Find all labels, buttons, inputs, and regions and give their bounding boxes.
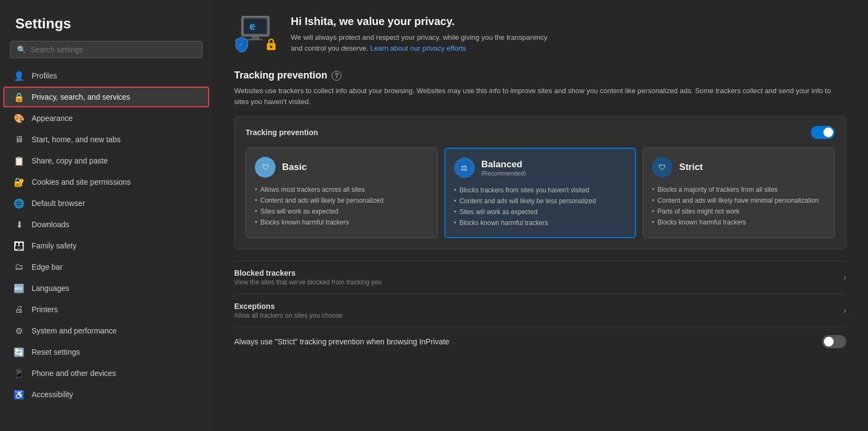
tracking-toggle[interactable] — [811, 126, 835, 139]
strict-feature-3: Parts of sites might not work — [652, 206, 826, 217]
accessibility-nav-icon: ♿ — [14, 390, 24, 399]
sidebar-item-accessibility[interactable]: ♿Accessibility — [3, 384, 209, 405]
privacy-text: Hi Ishita, we value your privacy. We wil… — [291, 15, 547, 53]
strict-header: 🛡 Strict — [652, 157, 826, 178]
prevention-option-strict[interactable]: 🛡 Strict Blocks a majority of trackers f… — [643, 148, 835, 238]
help-icon[interactable]: ? — [332, 71, 341, 81]
basic-feature-4: Blocks known harmful trackers — [255, 217, 429, 228]
sidebar-nav: 👤Profiles🔒Privacy, search, and services🎨… — [0, 65, 212, 405]
sidebar-item-languages[interactable]: 🔤Languages — [3, 278, 209, 299]
sidebar-item-system[interactable]: ⚙System and performance — [3, 320, 209, 341]
svg-rect-3 — [248, 39, 262, 40]
svg-text:✓: ✓ — [238, 40, 244, 48]
profiles-nav-label: Profiles — [32, 71, 57, 80]
shield-check-icon: ✓ — [234, 36, 249, 54]
exceptions-text: Exceptions Allow all trackers on sites y… — [234, 302, 343, 319]
sidebar-item-family[interactable]: 👨‍👩‍👧Family safety — [3, 235, 209, 256]
lock-icon — [265, 37, 278, 53]
privacy-link[interactable]: Learn about our privacy efforts — [370, 44, 466, 52]
system-nav-label: System and performance — [32, 326, 117, 335]
downloads-nav-label: Downloads — [32, 220, 69, 229]
blocked-trackers-chevron: › — [843, 272, 846, 282]
exceptions-desc: Allow all trackers on sites you choose — [234, 312, 343, 319]
svg-rect-2 — [252, 36, 259, 39]
languages-nav-icon: 🔤 — [14, 283, 24, 293]
sidebar-item-cookies[interactable]: 🔐Cookies and site permissions — [3, 172, 209, 192]
basic-feature-3: Sites will work as expected — [255, 206, 429, 217]
svg-text:🛡: 🛡 — [262, 163, 270, 172]
cookies-nav-label: Cookies and site permissions — [32, 178, 131, 186]
inprivate-toggle[interactable] — [822, 335, 846, 348]
sidebar-item-profiles[interactable]: 👤Profiles — [3, 65, 209, 86]
balanced-name: Balanced — [481, 159, 526, 170]
svg-text:e: e — [249, 20, 255, 32]
start-nav-icon: 🖥 — [14, 135, 24, 144]
main-content: e ✓ Hi Ishita, we value your privac — [212, 0, 868, 431]
strict-features: Blocks a majority of trackers from all s… — [652, 184, 826, 228]
printers-nav-label: Printers — [32, 305, 58, 314]
default-browser-nav-icon: 🌐 — [14, 198, 24, 208]
sidebar-item-edge-bar[interactable]: 🗂Edge bar — [3, 257, 209, 277]
default-browser-nav-label: Default browser — [32, 199, 85, 208]
balanced-subtitle: (Recommended) — [481, 170, 526, 177]
balanced-feature-4: Blocks known harmful trackers — [454, 217, 627, 228]
sidebar-item-appearance[interactable]: 🎨Appearance — [3, 108, 209, 129]
basic-feature-1: Allows most trackers across all sites — [255, 184, 429, 195]
profiles-nav-icon: 👤 — [14, 71, 24, 81]
balanced-feature-1: Blocks trackers from sites you haven't v… — [454, 185, 627, 196]
balanced-feature-2: Content and ads will likely be less pers… — [454, 196, 627, 207]
privacy-desc: We will always protect and respect your … — [291, 32, 547, 53]
basic-features: Allows most trackers across all sites Co… — [255, 184, 429, 228]
balanced-icon: ⚖ — [454, 157, 475, 178]
sidebar-item-phone[interactable]: 📱Phone and other devices — [3, 363, 209, 384]
sidebar-item-default-browser[interactable]: 🌐Default browser — [3, 193, 209, 214]
sidebar-item-printers[interactable]: 🖨Printers — [3, 299, 209, 320]
inprivate-label: Always use "Strict" tracking prevention … — [234, 337, 449, 346]
search-box[interactable]: 🔍 — [10, 41, 203, 58]
search-icon: 🔍 — [17, 45, 26, 54]
system-nav-icon: ⚙ — [14, 326, 24, 336]
strict-feature-4: Blocks known harmful trackers — [652, 217, 826, 228]
phone-nav-label: Phone and other devices — [32, 369, 116, 378]
basic-name: Basic — [282, 162, 307, 173]
balanced-features: Blocks trackers from sites you haven't v… — [454, 185, 627, 228]
cookies-nav-icon: 🔐 — [14, 177, 24, 187]
tracking-section-desc: Websites use trackers to collect info ab… — [234, 86, 846, 107]
sidebar-item-downloads[interactable]: ⬇Downloads — [3, 214, 209, 235]
basic-header: 🛡 Basic — [255, 157, 429, 178]
sidebar-item-start[interactable]: 🖥Start, home, and new tabs — [3, 129, 209, 150]
inprivate-toggle-row: Always use "Strict" tracking prevention … — [234, 327, 846, 356]
family-nav-icon: 👨‍👩‍👧 — [14, 241, 24, 251]
sidebar-item-privacy[interactable]: 🔒Privacy, search, and services — [3, 87, 209, 107]
blocked-trackers-text: Blocked trackers View the sites that we'… — [234, 269, 382, 286]
downloads-nav-icon: ⬇ — [14, 220, 24, 229]
sidebar-title: Settings — [0, 0, 212, 41]
start-nav-label: Start, home, and new tabs — [32, 135, 120, 144]
privacy-nav-icon: 🔒 — [14, 92, 24, 102]
privacy-icon-area: e ✓ — [234, 15, 278, 54]
strict-feature-1: Blocks a majority of trackers from all s… — [652, 184, 826, 195]
blocked-trackers-row[interactable]: Blocked trackers View the sites that we'… — [234, 260, 846, 294]
sidebar-item-share[interactable]: 📋Share, copy and paste — [3, 150, 209, 171]
reset-nav-label: Reset settings — [32, 348, 80, 356]
blocked-trackers-desc: View the sites that we've blocked from t… — [234, 278, 382, 286]
balanced-feature-3: Sites will work as expected — [454, 207, 627, 217]
exceptions-row[interactable]: Exceptions Allow all trackers on sites y… — [234, 294, 846, 327]
basic-feature-2: Content and ads will likely be personali… — [255, 195, 429, 206]
sidebar-item-reset[interactable]: 🔄Reset settings — [3, 342, 209, 362]
strict-icon: 🛡 — [652, 157, 673, 178]
tracking-card-header: Tracking prevention — [246, 126, 835, 139]
exceptions-chevron: › — [843, 306, 846, 315]
svg-text:⚖: ⚖ — [461, 163, 468, 172]
prevention-option-balanced[interactable]: ⚖ Balanced (Recommended) Blocks trackers… — [444, 148, 637, 238]
appearance-nav-icon: 🎨 — [14, 113, 24, 123]
balanced-header: ⚖ Balanced (Recommended) — [454, 157, 627, 178]
prevention-option-basic[interactable]: 🛡 Basic Allows most trackers across all … — [246, 148, 438, 238]
basic-icon: 🛡 — [255, 157, 276, 178]
tracking-card-title: Tracking prevention — [246, 128, 318, 137]
edge-bar-nav-icon: 🗂 — [14, 262, 24, 272]
exceptions-title: Exceptions — [234, 302, 343, 311]
search-input[interactable] — [30, 45, 195, 54]
blocked-trackers-title: Blocked trackers — [234, 269, 382, 277]
prevention-options: 🛡 Basic Allows most trackers across all … — [246, 148, 835, 238]
